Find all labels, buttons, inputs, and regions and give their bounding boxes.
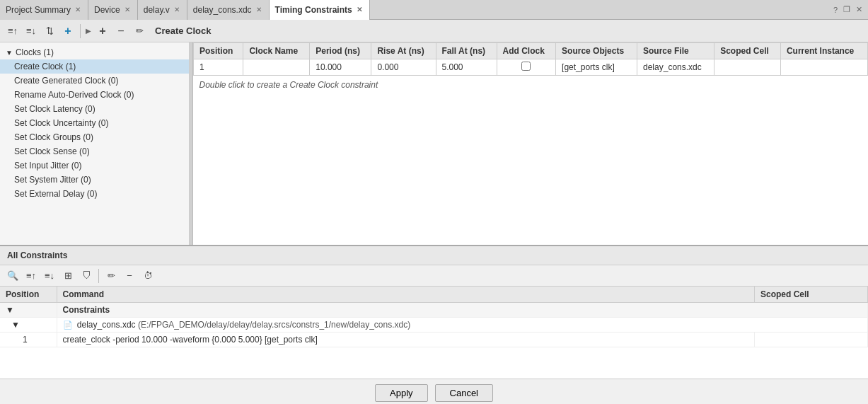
constraint-table: Position Clock Name Period (ns) Rise At …: [193, 42, 868, 94]
group-chevron: ▼: [0, 303, 57, 318]
file-label: 📄 delay_cons.xdc (E:/FPGA_DEMO/delay/del…: [57, 318, 868, 333]
tab-close-delay-cons[interactable]: ✕: [255, 6, 263, 13]
sidebar-item-set-input-jitter[interactable]: Set Input Jitter (0): [0, 158, 189, 173]
col-scoped-cell: Scoped Cell: [714, 43, 781, 59]
sidebar-item-label: Create Clock (1): [14, 62, 76, 71]
all-constraints-header: All Constraints: [0, 246, 868, 265]
cell-clock-name[interactable]: [243, 59, 310, 76]
separator-2: [98, 269, 99, 283]
tab-close-delay-v[interactable]: ✕: [173, 6, 181, 13]
group-label: Constraints: [57, 303, 868, 318]
add-button[interactable]: +: [59, 23, 76, 40]
table-row[interactable]: 1 10.000 0.000 5.000 [get_ports clk] del…: [194, 59, 868, 76]
content-panel: Position Clock Name Period (ns) Rise At …: [193, 42, 868, 245]
tab-label: Project Summary: [6, 5, 71, 15]
add-clock-checkbox[interactable]: [521, 62, 531, 71]
tab-close-timing-constraints[interactable]: ✕: [355, 6, 364, 13]
tab-actions: ? ❐ ✕: [833, 5, 868, 14]
top-section: ▼ Clocks (1) Create Clock (1) Create Gen…: [0, 42, 868, 245]
sidebar-item-create-generated-clock[interactable]: Create Generated Clock (0): [0, 74, 189, 88]
col-current-instance: Current Instance: [780, 43, 867, 59]
constraints-table-area: Position Command Scoped Cell ▼ Constrain…: [0, 287, 868, 379]
divider-arrow: ▶: [84, 27, 93, 35]
constraints-table: Position Command Scoped Cell ▼ Constrain…: [0, 287, 868, 347]
sidebar-item-label: Set Clock Groups (0): [14, 132, 93, 142]
tab-bar: Project Summary ✕ Device ✕ delay.v ✕ del…: [0, 0, 868, 20]
create-clock-label: Create Clock: [155, 25, 211, 36]
sidebar-item-create-clock[interactable]: Create Clock (1): [0, 59, 189, 74]
sidebar-item-label: Set Clock Latency (0): [14, 104, 96, 114]
tab-device[interactable]: Device ✕: [88, 0, 138, 20]
col-period: Period (ns): [310, 43, 371, 59]
collapse-all-button[interactable]: ≡↓: [23, 23, 40, 40]
link-button[interactable]: ⇅: [41, 23, 58, 40]
file-icon: 📄: [63, 321, 73, 329]
tab-close-device[interactable]: ✕: [123, 6, 132, 13]
col-rise-at: Rise At (ns): [371, 43, 436, 59]
sidebar-item-rename-auto-derived[interactable]: Rename Auto-Derived Clock (0): [0, 88, 189, 102]
help-icon[interactable]: ?: [833, 6, 838, 14]
tab-label: delay.v: [144, 5, 170, 15]
sidebar-section-clocks[interactable]: ▼ Clocks (1): [0, 45, 189, 59]
collapse-all-constraints-button[interactable]: ≡↓: [41, 267, 58, 284]
constraints-cmd-row[interactable]: 1 create_clock -period 10.000 -waveform …: [0, 333, 868, 347]
col-scoped-cell-2: Scoped Cell: [755, 287, 868, 303]
file-name: delay_cons.xdc: [77, 320, 136, 330]
cancel-button[interactable]: Cancel: [435, 384, 493, 402]
sidebar-item-set-system-jitter[interactable]: Set System Jitter (0): [0, 173, 189, 187]
constraints-group-row[interactable]: ▼ Constraints: [0, 303, 868, 318]
cell-position: 1: [194, 59, 243, 76]
cmd-command: create_clock -period 10.000 -waveform {0…: [57, 333, 755, 347]
sidebar-item-label: Set System Jitter (0): [14, 175, 91, 185]
clock-button[interactable]: ⏱: [139, 267, 156, 284]
restore-icon[interactable]: ❐: [843, 5, 850, 14]
expand-all-constraints-button[interactable]: ≡↑: [23, 267, 40, 284]
cmd-scoped-cell: [755, 333, 868, 347]
sidebar-item-label: Set Clock Uncertainty (0): [14, 118, 108, 128]
file-path: (E:/FPGA_DEMO/delay/delay/delay.srcs/con…: [138, 320, 410, 330]
search-button[interactable]: 🔍: [4, 267, 21, 284]
cell-period: 10.000: [310, 59, 371, 76]
constraints-file-row[interactable]: ▼ 📄 delay_cons.xdc (E:/FPGA_DEMO/delay/d…: [0, 318, 868, 333]
tab-close-project-summary[interactable]: ✕: [74, 6, 82, 13]
col-position-2: Position: [0, 287, 57, 303]
sidebar-item-label: Rename Auto-Derived Clock (0): [14, 90, 134, 100]
remove-button[interactable]: −: [112, 23, 129, 40]
sidebar: ▼ Clocks (1) Create Clock (1) Create Gen…: [0, 42, 190, 245]
hint-text: Double click to create a Create Clock co…: [194, 76, 868, 95]
tab-project-summary[interactable]: Project Summary ✕: [0, 0, 88, 20]
main-toolbar: ≡↑ ≡↓ ⇅ + ▶ + − ✏ Create Clock: [0, 20, 868, 42]
sidebar-item-label: Set Input Jitter (0): [14, 161, 81, 171]
tab-label: Device: [94, 5, 120, 15]
sidebar-item-set-external-delay[interactable]: Set External Delay (0): [0, 187, 189, 201]
filter-button[interactable]: ⛉: [78, 267, 95, 284]
select-scope-button[interactable]: ⊞: [59, 267, 76, 284]
cell-fall-at: 5.000: [436, 59, 497, 76]
file-chevron: ▼: [0, 318, 57, 333]
footer: Apply Cancel: [0, 379, 868, 404]
edit-constraints-button[interactable]: ✏: [103, 267, 120, 284]
apply-button[interactable]: Apply: [375, 384, 428, 402]
sidebar-item-set-clock-latency[interactable]: Set Clock Latency (0): [0, 102, 189, 116]
remove-constraints-button[interactable]: −: [121, 267, 138, 284]
expand-all-button[interactable]: ≡↑: [4, 23, 21, 40]
col-command: Command: [57, 287, 755, 303]
cell-add-clock[interactable]: [497, 59, 556, 76]
sidebar-item-label: Create Generated Clock (0): [14, 76, 118, 86]
sidebar-item-set-clock-sense[interactable]: Set Clock Sense (0): [0, 144, 189, 158]
add-constraint-button[interactable]: +: [94, 23, 111, 40]
sidebar-item-set-clock-uncertainty[interactable]: Set Clock Uncertainty (0): [0, 116, 189, 130]
col-source-objects: Source Objects: [556, 43, 637, 59]
close-icon[interactable]: ✕: [856, 5, 862, 14]
tab-delay-cons[interactable]: delay_cons.xdc ✕: [187, 0, 270, 20]
col-fall-at: Fall At (ns): [436, 43, 497, 59]
chevron-down-icon: ▼: [6, 49, 13, 57]
hint-row: Double click to create a Create Clock co…: [194, 76, 868, 95]
tab-label: delay_cons.xdc: [193, 5, 252, 15]
sidebar-item-set-clock-groups[interactable]: Set Clock Groups (0): [0, 130, 189, 144]
tab-timing-constraints[interactable]: Timing Constraints ✕: [270, 0, 370, 20]
tab-delay-v[interactable]: delay.v ✕: [138, 0, 187, 20]
edit-button[interactable]: ✏: [131, 23, 148, 40]
col-source-file: Source File: [637, 43, 714, 59]
cmd-position: 1: [0, 333, 57, 347]
